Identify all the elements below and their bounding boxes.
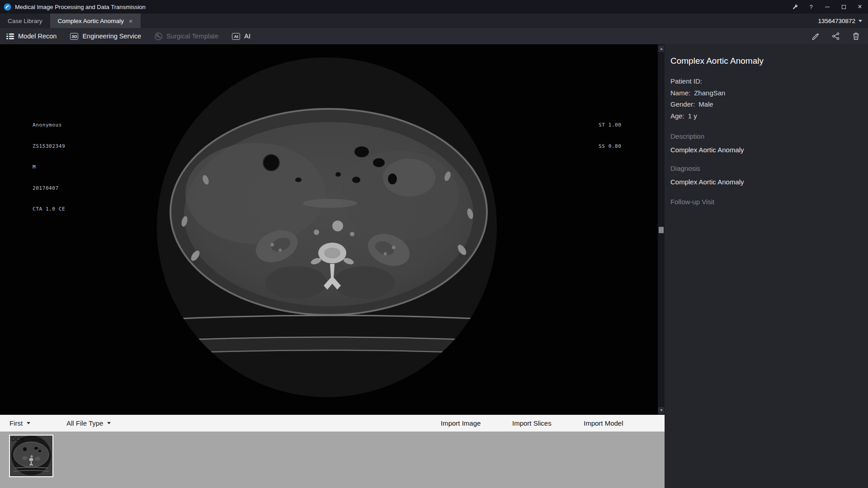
dcm-thumbnail[interactable]: DCM [9, 435, 53, 477]
trash-icon [852, 32, 860, 40]
key-icon [155, 33, 162, 40]
surgical-template-label: Surgical Template [166, 33, 218, 40]
file-type-value: All File Type [66, 419, 103, 427]
account-dropdown[interactable]: 13564730872 [818, 14, 868, 28]
titlebar: Medical Image Processing and Data Transm… [0, 0, 868, 14]
dcm-thumbnail-label: DCM [11, 436, 25, 442]
maximize-button[interactable] [835, 0, 852, 14]
window-title: Medical Image Processing and Data Transm… [15, 4, 146, 10]
slice-scrollbar[interactable] [658, 44, 665, 415]
maximize-icon [842, 5, 846, 9]
3d-badge-icon: 3D [70, 33, 78, 40]
delete-button[interactable] [852, 32, 860, 40]
share-icon [832, 32, 840, 40]
chevron-down-icon [859, 20, 862, 22]
overlay-slice-thickness: ST 1.00 [599, 122, 622, 129]
chevron-down-icon [27, 422, 30, 424]
patient-id-label: Patient ID: [670, 75, 702, 87]
tab-label: Complex Aortic Anomaly [58, 18, 124, 24]
chevron-down-icon [107, 422, 111, 424]
close-window-button[interactable]: × [852, 0, 868, 14]
ai-button[interactable]: AI AI [232, 33, 250, 40]
overlay-patient-name: Anonymous [33, 122, 65, 129]
dicom-overlay-left: Anonymous ZS15302349 M 20170407 CTA 1.0 … [33, 108, 65, 227]
minimize-button[interactable] [819, 0, 835, 14]
overlay-slice-spacing: SS 0.80 [599, 143, 622, 150]
tab-bar: Case Library Complex Aortic Anomaly × 13… [0, 14, 868, 28]
tab-label: Case Library [8, 18, 42, 24]
toolbar: Model Recon 3D Engineering Service Surgi… [0, 28, 868, 44]
name-value: ZhangSan [694, 87, 725, 99]
toolbar-actions [811, 32, 868, 40]
account-number: 13564730872 [818, 18, 855, 24]
file-type-dropdown[interactable]: All File Type [66, 415, 111, 432]
patient-id-row: Patient ID: [670, 75, 860, 87]
model-recon-icon [6, 33, 14, 40]
age-label: Age: [670, 110, 684, 122]
patient-name-row: Name: ZhangSan [670, 87, 860, 99]
close-icon: × [858, 3, 862, 10]
window-controls: ? × [787, 0, 868, 14]
diagnosis-value: Complex Aortic Anomaly [670, 178, 860, 186]
ct-axial-slice-image [0, 44, 665, 415]
overlay-study-date: 20170407 [33, 185, 65, 192]
wrench-icon [792, 4, 798, 10]
ai-label: AI [244, 33, 250, 40]
surgical-template-button[interactable]: Surgical Template [155, 33, 218, 40]
chevron-up-icon [660, 48, 663, 50]
followup-section-label: Follow-up Visit [670, 198, 860, 206]
help-button[interactable]: ? [803, 0, 819, 14]
name-label: Name: [670, 87, 690, 99]
ct-viewport[interactable]: Anonymous ZS15302349 M 20170407 CTA 1.0 … [0, 44, 665, 415]
gender-value: Male [698, 99, 713, 110]
chevron-down-icon [660, 409, 663, 411]
overlay-patient-id: ZS15302349 [33, 143, 65, 150]
edit-button[interactable] [811, 32, 820, 40]
sort-order-value: First [9, 419, 23, 427]
share-button[interactable] [832, 32, 840, 40]
case-info-panel: Complex Aortic Anomaly Patient ID: Name:… [665, 44, 868, 488]
import-slices-button[interactable]: Import Slices [512, 415, 552, 432]
file-controls-bar: First All File Type Import Image Import … [0, 415, 665, 432]
dicom-overlay-right: ST 1.00 SS 0.80 [599, 108, 622, 164]
ai-badge-icon: AI [232, 33, 240, 40]
minimize-icon [825, 7, 830, 7]
scroll-up-button[interactable] [658, 46, 664, 52]
pencil-icon [811, 32, 820, 40]
sort-order-dropdown[interactable]: First [9, 415, 30, 432]
app-logo-icon [4, 3, 11, 11]
patient-gender-row: Gender: Male [670, 99, 860, 110]
help-icon: ? [809, 4, 812, 10]
patient-age-row: Age: 1 y [670, 110, 860, 122]
scroll-down-button[interactable] [658, 407, 664, 413]
tab-close-icon[interactable]: × [129, 18, 133, 24]
description-section-label: Description [670, 132, 860, 140]
case-title: Complex Aortic Anomaly [670, 56, 860, 66]
model-recon-label: Model Recon [18, 33, 57, 40]
description-value: Complex Aortic Anomaly [670, 146, 860, 154]
engineering-service-button[interactable]: 3D Engineering Service [70, 33, 141, 40]
import-image-button[interactable]: Import Image [441, 415, 481, 432]
engineering-service-label: Engineering Service [82, 33, 141, 40]
overlay-sex: M [33, 164, 65, 171]
tab-complex-aortic-anomaly[interactable]: Complex Aortic Anomaly × [50, 14, 141, 28]
thumbnail-strip: DCM [0, 432, 665, 488]
diagnosis-section-label: Diagnosis [670, 164, 860, 172]
gender-label: Gender: [670, 99, 695, 110]
scrollbar-thumb[interactable] [659, 227, 664, 233]
overlay-series-desc: CTA 1.0 CE [33, 206, 65, 213]
model-recon-button[interactable]: Model Recon [6, 33, 57, 40]
settings-wrench-button[interactable] [787, 0, 803, 14]
tab-case-library[interactable]: Case Library [0, 14, 50, 28]
import-model-button[interactable]: Import Model [584, 415, 623, 432]
age-value: 1 y [688, 110, 697, 122]
